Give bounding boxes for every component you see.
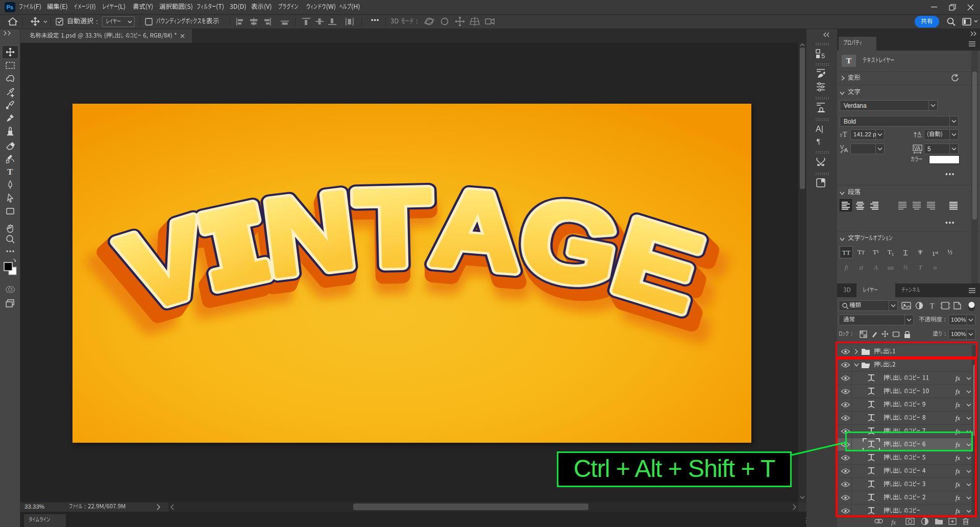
svg-text:A: A: [917, 130, 921, 136]
svg-text:5: 5: [821, 52, 825, 60]
svg-text:fx: fx: [891, 518, 896, 526]
svg-text:V: V: [840, 144, 844, 150]
svg-text:A: A: [844, 147, 848, 153]
svg-text:¶: ¶: [817, 137, 820, 146]
svg-text:T: T: [843, 131, 847, 138]
svg-text:A|: A|: [816, 125, 823, 133]
svg-text:VA: VA: [914, 146, 921, 151]
svg-text:T: T: [930, 302, 935, 310]
